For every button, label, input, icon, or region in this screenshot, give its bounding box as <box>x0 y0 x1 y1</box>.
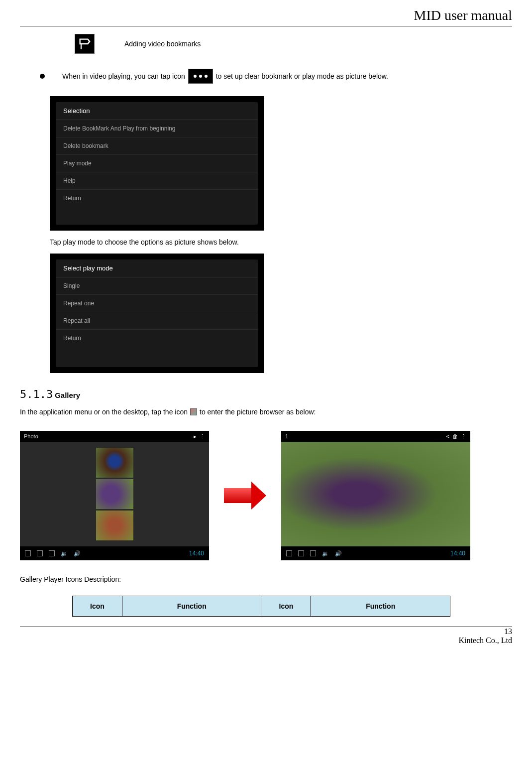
selection-list: Selection Delete BookMark And Play from … <box>56 102 258 225</box>
menu-icon: ⋮ <box>461 433 466 440</box>
list-item: Repeat all <box>56 312 258 330</box>
nav-icons-left: 🔉 🔊 <box>25 550 81 557</box>
gallery-nav-bar: 🔉 🔊 14:40 <box>20 546 209 560</box>
topbar-icons: < 🗑 ⋮ <box>446 433 466 440</box>
topbar-icons: ▸ ⋮ <box>194 433 205 440</box>
instruction-1: When in video playing, you can tap icon … <box>62 69 388 84</box>
table-header-function: Function <box>122 596 261 617</box>
gallery-screenshots-row: Photo ▸ ⋮ 🔉 🔊 14:40 <box>20 431 512 560</box>
gallery-screenshot-full: 1 < 🗑 ⋮ 🔉 🔊 14:40 <box>281 431 470 560</box>
gallery-nav-bar: 🔉 🔊 14:40 <box>281 546 470 560</box>
vol-up-icon: 🔊 <box>74 550 81 557</box>
gallery-topbar: 1 < 🗑 ⋮ <box>281 431 470 442</box>
gallery-grid-body <box>20 442 209 546</box>
selection-title: Selection <box>56 102 258 120</box>
play-mode-title: Select play mode <box>56 259 258 277</box>
page-number: 13 <box>20 627 512 636</box>
share-icon: < <box>446 433 449 440</box>
delete-icon: 🗑 <box>452 433 458 440</box>
three-dots-menu-icon <box>188 69 213 84</box>
instruction-bullet-row: When in video playing, you can tap icon … <box>20 69 512 84</box>
list-item: Return <box>56 330 258 347</box>
bookmark-row: Adding video bookmarks <box>20 34 512 54</box>
menu-icon: ⋮ <box>200 433 205 440</box>
photo-label: Photo <box>24 433 38 439</box>
list-item: Repeat one <box>56 295 258 312</box>
company-name: Kintech Co., Ltd <box>20 636 512 645</box>
camera-icon: ▸ <box>194 433 197 440</box>
vol-down-icon: 🔉 <box>322 550 329 557</box>
thumbnail-butterfly <box>96 448 133 478</box>
time-stamp: 14:40 <box>450 550 465 557</box>
instruction-1-post: to set up clear bookmark or play mode as… <box>216 72 388 80</box>
home-icon <box>298 550 304 556</box>
table-header-row: Icon Function Icon Function <box>73 596 450 617</box>
nav-icons-left: 🔉 🔊 <box>286 550 342 557</box>
gallery-text-pre: In the application menu or on the deskto… <box>20 408 188 416</box>
icon-function-table: Icon Function Icon Function <box>72 596 450 617</box>
gallery-instruction: In the application menu or on the deskto… <box>20 408 512 416</box>
back-icon <box>25 550 31 556</box>
screenshot-selection-menu: Selection Delete BookMark And Play from … <box>50 96 264 231</box>
bullet-icon <box>40 74 45 79</box>
red-arrow-icon <box>224 482 266 510</box>
instruction-2: Tap play mode to choose the options as p… <box>50 238 512 246</box>
gallery-full-image <box>281 442 470 546</box>
list-item: Single <box>56 277 258 295</box>
gallery-app-icon <box>190 408 197 415</box>
gallery-text-post: to enter the picture browser as below: <box>200 408 316 416</box>
list-item: Return <box>56 190 258 207</box>
thumbnail-column <box>96 448 133 540</box>
list-item: Play mode <box>56 155 258 172</box>
screenshot-play-mode-menu: Select play mode Single Repeat one Repea… <box>50 254 264 373</box>
section-heading: 5.1.3 Gallery <box>20 388 512 400</box>
icons-description-label: Gallery Player Icons Description: <box>20 575 512 583</box>
document-footer: 13 Kintech Co., Ltd <box>20 627 512 645</box>
vol-down-icon: 🔉 <box>61 550 68 557</box>
list-item: Delete BookMark And Play from beginning <box>56 120 258 137</box>
bookmark-label: Adding video bookmarks <box>124 40 201 48</box>
header-divider <box>20 26 512 26</box>
instruction-1-pre: When in video playing, you can tap icon <box>62 72 185 80</box>
home-icon <box>37 550 43 556</box>
recent-icon <box>310 550 316 556</box>
gallery-screenshot-grid: Photo ▸ ⋮ 🔉 🔊 14:40 <box>20 431 209 560</box>
list-item: Delete bookmark <box>56 137 258 155</box>
list-item: Help <box>56 172 258 190</box>
header-title: MID user manual <box>414 7 512 23</box>
thumbnail-grapes <box>96 479 133 509</box>
table-header-icon: Icon <box>261 596 311 617</box>
recent-icon <box>49 550 55 556</box>
time-stamp: 14:40 <box>189 550 204 557</box>
gallery-topbar: Photo ▸ ⋮ <box>20 431 209 442</box>
bookmark-tag-icon <box>75 34 95 54</box>
section-title: Gallery <box>55 391 80 399</box>
table-header-icon: Icon <box>73 596 122 617</box>
thumbnail-vegetables <box>96 511 133 540</box>
vol-up-icon: 🔊 <box>335 550 342 557</box>
table-header-function: Function <box>311 596 450 617</box>
play-mode-list: Select play mode Single Repeat one Repea… <box>56 259 258 367</box>
photo-count: 1 <box>285 433 288 439</box>
section-number: 5.1.3 <box>20 388 53 400</box>
document-header: MID user manual <box>20 5 512 26</box>
back-icon <box>286 550 292 556</box>
